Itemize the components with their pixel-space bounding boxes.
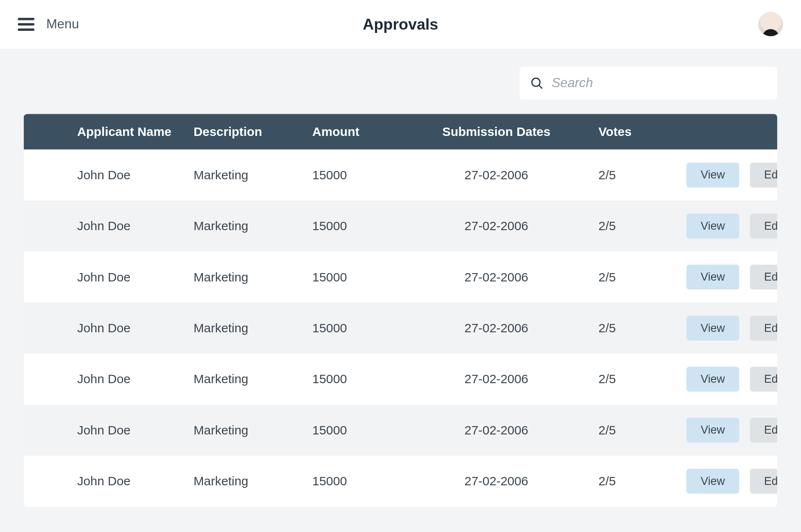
cell-submission: 27-02-2006 [425,474,591,488]
cell-votes: 2/5 [592,372,687,386]
svg-point-0 [532,78,540,87]
table-header: Applicant Name Description Amount Submis… [24,114,777,149]
col-votes: Votes [592,125,687,139]
menu-label[interactable]: Menu [46,17,79,32]
cell-submission: 27-02-2006 [425,423,591,437]
cell-submission: 27-02-2006 [425,270,591,284]
cell-amount: 15000 [312,423,425,437]
cell-votes: 2/5 [592,168,687,182]
cell-description: Marketing [194,474,312,488]
cell-submission: 27-02-2006 [425,372,591,386]
search-box[interactable] [519,66,777,100]
cell-applicant: John Doe [57,321,194,335]
cell-actions: ViewEdit [686,469,777,494]
cell-amount: 15000 [312,372,425,386]
cell-applicant: John Doe [57,270,194,284]
table-body: John DoeMarketing1500027-02-20062/5ViewE… [24,150,777,507]
cell-applicant: John Doe [57,423,194,437]
col-description: Description [194,125,312,139]
edit-button[interactable]: Edit [750,265,777,290]
col-applicant: Applicant Name [57,125,194,139]
avatar[interactable] [758,12,783,37]
cell-votes: 2/5 [592,321,687,335]
edit-button[interactable]: Edit [750,163,777,188]
view-button[interactable]: View [686,213,739,238]
table-row: John DoeMarketing1500027-02-20062/5ViewE… [24,354,777,404]
view-button[interactable]: View [686,316,739,341]
cell-applicant: John Doe [57,372,194,386]
approvals-table: Applicant Name Description Amount Submis… [24,114,777,507]
content-area: Applicant Name Description Amount Submis… [0,49,801,532]
search-input[interactable] [552,75,766,91]
cell-votes: 2/5 [592,270,687,284]
app-header: Menu Approvals [0,0,801,49]
table-row: John DoeMarketing1500027-02-20062/5ViewE… [24,251,777,302]
cell-submission: 27-02-2006 [425,219,591,233]
table-row: John DoeMarketing1500027-02-20062/5ViewE… [24,303,777,354]
cell-applicant: John Doe [57,219,194,233]
cell-description: Marketing [194,423,312,437]
cell-description: Marketing [194,168,312,182]
menu-group: Menu [18,17,79,32]
cell-actions: ViewEdit [686,367,777,392]
view-button[interactable]: View [686,265,739,290]
view-button[interactable]: View [686,469,739,494]
cell-amount: 15000 [312,168,425,182]
cell-actions: ViewEdit [686,418,777,443]
cell-description: Marketing [194,270,312,284]
cell-description: Marketing [194,321,312,335]
cell-votes: 2/5 [592,423,687,437]
cell-amount: 15000 [312,321,425,335]
cell-amount: 15000 [312,270,425,284]
svg-line-1 [539,85,542,89]
page-title: Approvals [363,15,438,33]
view-button[interactable]: View [686,367,739,392]
cell-actions: ViewEdit [686,213,777,238]
cell-submission: 27-02-2006 [425,168,591,182]
cell-actions: ViewEdit [686,265,777,290]
cell-votes: 2/5 [592,219,687,233]
cell-amount: 15000 [312,219,425,233]
cell-submission: 27-02-2006 [425,321,591,335]
cell-applicant: John Doe [57,168,194,182]
edit-button[interactable]: Edit [750,418,777,443]
cell-amount: 15000 [312,474,425,488]
cell-votes: 2/5 [592,474,687,488]
view-button[interactable]: View [686,163,739,188]
edit-button[interactable]: Edit [750,213,777,238]
cell-actions: ViewEdit [686,163,777,188]
col-amount: Amount [312,125,425,139]
edit-button[interactable]: Edit [750,367,777,392]
table-row: John DoeMarketing1500027-02-20062/5ViewE… [24,150,777,201]
table-row: John DoeMarketing1500027-02-20062/5ViewE… [24,405,777,456]
search-row [24,66,777,100]
cell-actions: ViewEdit [686,316,777,341]
cell-description: Marketing [194,372,312,386]
view-button[interactable]: View [686,418,739,443]
cell-description: Marketing [194,219,312,233]
search-icon [530,77,543,90]
col-submission: Submission Dates [425,125,591,139]
edit-button[interactable]: Edit [750,469,777,494]
hamburger-icon[interactable] [18,18,35,31]
table-row: John DoeMarketing1500027-02-20062/5ViewE… [24,201,777,251]
table-row: John DoeMarketing1500027-02-20062/5ViewE… [24,456,777,507]
cell-applicant: John Doe [57,474,194,488]
edit-button[interactable]: Edit [750,316,777,341]
